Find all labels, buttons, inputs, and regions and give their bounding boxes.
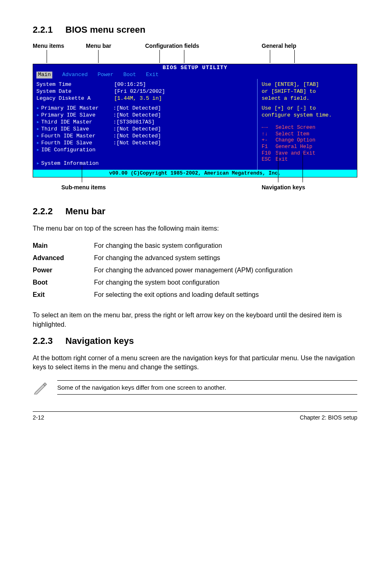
nav-key: ←→	[262, 125, 276, 131]
term: Advanced	[33, 252, 94, 264]
section-number: 2.2.1	[33, 25, 65, 35]
label-config-fields: Configuration fields	[145, 43, 199, 49]
bios-menubar: Main Advanced Power Boot Exit	[33, 72, 357, 79]
leader-line	[270, 50, 270, 63]
bios-row[interactable]: ▸IDE Configuration	[36, 147, 254, 154]
section-title: Menu bar	[65, 206, 105, 217]
label-submenu-items: Sub-menu items	[61, 184, 106, 191]
description: For changing the system boot configurati…	[94, 276, 357, 289]
nav-key-desc: General Help	[276, 144, 312, 150]
note-text: Some of the navigation keys differ from …	[57, 380, 357, 395]
submenu-arrow-icon: ▸	[36, 160, 40, 167]
term: Main	[33, 240, 94, 252]
bios-field-value: :[Not Detected]	[113, 112, 161, 119]
bios-row[interactable]: Legacy Diskette A [1.44M, 3.5 in]	[36, 95, 254, 102]
term: Boot	[33, 276, 94, 289]
bios-field-value: :[Not Detected]	[113, 133, 161, 140]
nav-keys-block: ←→Select Screen ↑↓Select Item +-Change O…	[262, 125, 354, 163]
nav-key-desc: Select Item	[276, 131, 309, 138]
submenu-arrow-icon: ▸	[36, 112, 40, 119]
label-general-help: General help	[262, 43, 296, 49]
section-number: 2.2.2	[33, 206, 65, 217]
paragraph: To select an item on the menu bar, press…	[33, 311, 357, 329]
bios-field-label: Fourth IDE Master	[41, 133, 113, 140]
section-title: Navigation keys	[65, 336, 134, 346]
top-label-row: Menu items Menu bar Configuration fields…	[33, 43, 357, 64]
label-menu-items: Menu items	[33, 43, 64, 49]
leader-line	[47, 50, 47, 63]
description: For changing the advanced power manageme…	[94, 264, 357, 276]
label-menu-bar: Menu bar	[86, 43, 111, 49]
table-row: AdvancedFor changing the advanced system…	[33, 252, 357, 264]
description: For changing the basic system configurat…	[94, 240, 357, 252]
bios-field-label: Primary IDE Slave	[41, 112, 113, 119]
bios-field-value: :[ST380817AS]	[113, 119, 155, 126]
paragraph: At the bottom right corner of a menu scr…	[33, 354, 357, 372]
bios-row[interactable]: ▸Third IDE Slave:[Not Detected]	[36, 126, 254, 133]
bios-row[interactable]: ▸Fourth IDE Slave:[Not Detected]	[36, 140, 254, 147]
bottom-label-row: Sub-menu items Navigation keys	[33, 177, 357, 194]
chapter-label: Chapter 2: BIOS setup	[300, 414, 357, 421]
bios-row[interactable]: ▸Primary IDE Slave:[Not Detected]	[36, 112, 254, 119]
bios-tab-power[interactable]: Power	[98, 72, 114, 79]
paragraph: The menu bar on top of the screen has th…	[33, 224, 357, 233]
section-number: 2.2.3	[33, 336, 65, 346]
help-text: configure system time.	[262, 112, 354, 119]
submenu-arrow-icon: ▸	[36, 119, 40, 126]
term: Exit	[33, 289, 94, 301]
bios-help-panel: Use [ENTER], [TAB] or [SHIFT-TAB] to sel…	[257, 79, 357, 170]
leader-line	[98, 50, 99, 63]
nav-key-desc: Change Option	[276, 137, 316, 144]
page-number: 2-12	[33, 414, 44, 421]
bios-field-label: Third IDE Slave	[41, 126, 113, 133]
bios-row[interactable]: ▸Third IDE Master:[ST380817AS]	[36, 119, 254, 126]
table-row: MainFor changing the basic system config…	[33, 240, 357, 252]
pencil-icon	[33, 380, 57, 395]
bios-field-label: System Information	[41, 160, 119, 167]
bios-field-label: Primary IDE Master	[41, 105, 113, 112]
bios-field-label: Legacy Diskette A	[36, 95, 114, 102]
bios-left-panel: System Time [00:16:25] System Date [Fri …	[33, 79, 257, 170]
bios-field-value: [1.44M, 3.5 in]	[114, 95, 162, 102]
nav-key: +-	[262, 137, 276, 144]
bios-tab-exit[interactable]: Exit	[146, 72, 159, 79]
section-heading-223: 2.2.3 Navigation keys	[33, 336, 357, 346]
bios-tab-main[interactable]: Main	[36, 72, 52, 79]
description: For selecting the exit options and loadi…	[94, 289, 357, 301]
bios-row[interactable]: ▸System Information	[36, 160, 254, 167]
help-text: Use [+] or [-] to	[262, 105, 354, 112]
bios-tab-advanced[interactable]: Advanced	[62, 72, 87, 79]
bios-field-value: :[Not Detected]	[113, 126, 161, 133]
bios-row[interactable]: System Time [00:16:25]	[36, 81, 254, 88]
bios-field-value: :[Not Detected]	[113, 105, 161, 112]
bios-row[interactable]: ▸Fourth IDE Master:[Not Detected]	[36, 133, 254, 140]
section-heading-221: 2.2.1 BIOS menu screen	[33, 25, 357, 35]
page-footer: 2-12 Chapter 2: BIOS setup	[33, 411, 357, 421]
bios-tab-boot[interactable]: Boot	[123, 72, 136, 79]
bios-field-label: System Date	[36, 88, 114, 95]
section-title: BIOS menu screen	[65, 25, 146, 35]
submenu-arrow-icon: ▸	[36, 147, 40, 154]
help-text: or [SHIFT-TAB] to	[262, 88, 354, 95]
submenu-arrow-icon: ▸	[36, 133, 40, 140]
bios-field-label: Fourth IDE Slave	[41, 140, 113, 147]
bios-field-value: :[Not Detected]	[113, 140, 161, 147]
bios-title: BIOS SETUP UTILITY	[33, 64, 357, 72]
table-row: ExitFor selecting the exit options and l…	[33, 289, 357, 301]
bios-field-label: System Time	[36, 81, 114, 88]
nav-key-desc: Save and Exit	[276, 150, 316, 157]
bios-row[interactable]: System Date [Fri 02/15/2002]	[36, 88, 254, 95]
nav-key: F10	[262, 150, 276, 157]
bios-row[interactable]: ▸Primary IDE Master:[Not Detected]	[36, 105, 254, 112]
section-heading-222: 2.2.2 Menu bar	[33, 206, 357, 217]
bios-field-label: IDE Configuration	[41, 147, 113, 154]
submenu-arrow-icon: ▸	[36, 126, 40, 133]
nav-key: F1	[262, 144, 276, 150]
help-text: select a field.	[262, 95, 354, 102]
leader-line	[159, 50, 160, 63]
bios-field-value: [00:16:25]	[114, 81, 146, 88]
nav-key-desc: Exit	[276, 157, 288, 163]
help-text: Use [ENTER], [TAB]	[262, 81, 354, 88]
bios-screenshot: BIOS SETUP UTILITY Main Advanced Power B…	[33, 64, 357, 177]
bios-field-value: [Fri 02/15/2002]	[114, 88, 165, 95]
